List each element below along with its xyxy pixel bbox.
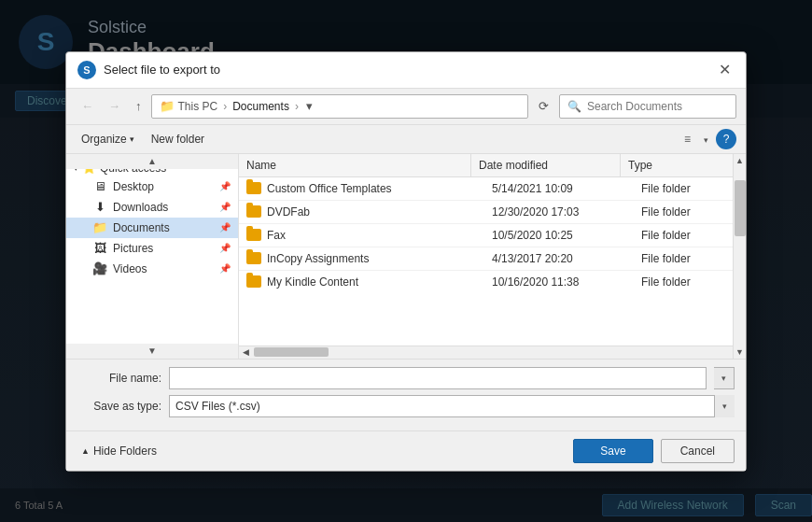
nav-back-button[interactable]: ← [76, 95, 99, 117]
file-date: 10/16/2020 11:38 [484, 271, 634, 293]
documents-icon: 📁 [92, 220, 107, 235]
refresh-button[interactable]: ⟳ [532, 95, 555, 117]
pin-icon-documents: 📌 [219, 222, 231, 233]
savetype-select[interactable]: CSV Files (*.csv) All Files (*.*) [169, 395, 735, 417]
address-part-2: Documents [232, 100, 289, 113]
file-panel-scrollbar[interactable]: ▲ ▼ [733, 177, 746, 346]
file-name: Fax [267, 229, 286, 242]
pictures-icon: 🖼 [92, 241, 107, 256]
file-row[interactable]: Fax 10/5/2020 10:25 File folder [239, 224, 746, 247]
nav-scroll-down[interactable]: ▼ [66, 344, 238, 359]
file-row[interactable]: DVDFab 12/30/2020 17:03 File folder [239, 201, 746, 224]
h-scroll-thumb[interactable] [254, 347, 329, 357]
view-dropdown-button[interactable]: ▾ [698, 130, 714, 148]
downloads-icon: ⬇ [92, 200, 107, 215]
up-arrow-icon: ↑ [135, 99, 142, 113]
sidebar-item-pictures-label: Pictures [113, 242, 153, 255]
column-date-modified[interactable]: Date modified [471, 154, 621, 176]
view-mode-button[interactable]: ≡ [679, 130, 696, 148]
chevron-up-icon: ▲ [81, 446, 90, 456]
videos-icon: 🎥 [92, 261, 107, 276]
sidebar-item-documents[interactable]: 📁 Documents 📌 [66, 218, 238, 238]
view-chevron-icon: ▾ [704, 135, 708, 145]
dialog-actions-bar: Organize ▾ New folder ≡ ▾ ? [66, 125, 746, 154]
nav-panel: ▲ ▾ ⭐ Quick access 🖥 Desktop 📌 ⬇ Downloa… [66, 154, 239, 359]
pin-icon-videos: 📌 [219, 263, 231, 274]
dialog-body: ▲ ▾ ⭐ Quick access 🖥 Desktop 📌 ⬇ Downloa… [66, 154, 746, 360]
filename-dropdown-button[interactable]: ▾ [714, 367, 735, 389]
folder-icon [246, 182, 261, 194]
dialog-toolbar: ← → ↑ 📁 This PC › Documents › ▾ ⟳ 🔍 [66, 89, 746, 125]
file-name-cell: InCopy Assignments [239, 247, 484, 270]
scrollbar-thumb[interactable] [735, 180, 746, 236]
file-list-panel: Name Date modified Type Custom Office Te… [239, 154, 746, 359]
sidebar-item-desktop-label: Desktop [113, 180, 154, 193]
sidebar-item-videos[interactable]: 🎥 Videos 📌 [66, 259, 238, 279]
file-row[interactable]: My Kindle Content 10/16/2020 11:38 File … [239, 271, 746, 293]
file-name: My Kindle Content [267, 275, 358, 289]
footer-buttons: Save Cancel [573, 439, 735, 463]
file-name-cell: My Kindle Content [239, 271, 484, 293]
nav-forward-button[interactable]: → [103, 95, 126, 117]
view-list-icon: ≡ [684, 133, 691, 146]
column-type[interactable]: Type [621, 154, 733, 176]
sidebar-item-desktop[interactable]: 🖥 Desktop 📌 [66, 176, 238, 197]
cancel-button[interactable]: Cancel [661, 439, 735, 463]
file-export-dialog: S Select file to export to ✕ ← → ↑ 📁 Thi… [65, 51, 747, 472]
sidebar-item-pictures[interactable]: 🖼 Pictures 📌 [66, 238, 238, 259]
file-list-header: Name Date modified Type [239, 154, 746, 177]
column-name[interactable]: Name [239, 154, 471, 176]
sidebar-item-downloads-label: Downloads [113, 201, 168, 214]
folder-icon [246, 252, 261, 264]
search-bar: 🔍 [559, 94, 736, 119]
dialog-icon: S [77, 61, 96, 79]
savetype-label: Save as type: [77, 400, 161, 413]
file-type: File folder [634, 247, 746, 270]
address-folder-icon: 📁 [160, 99, 175, 113]
organize-label: Organize [81, 133, 127, 146]
dialog-titlebar: S Select file to export to ✕ [66, 52, 746, 89]
save-button[interactable]: Save [573, 439, 652, 463]
search-input[interactable] [587, 100, 728, 113]
address-dropdown-button[interactable]: ▾ [304, 99, 315, 113]
view-controls: ≡ ▾ ? [679, 129, 736, 149]
nav-scroll-up[interactable]: ▲ [66, 154, 238, 169]
pin-icon-desktop: 📌 [219, 181, 231, 191]
refresh-icon: ⟳ [539, 99, 549, 113]
dialog-title-left: S Select file to export to [77, 61, 220, 79]
file-name-cell: Custom Office Templates [239, 177, 484, 200]
file-name: Custom Office Templates [267, 182, 392, 195]
new-folder-button[interactable]: New folder [144, 130, 212, 148]
dialog-footer: ▲ Hide Folders Save Cancel [66, 430, 746, 471]
search-icon: 🔍 [567, 100, 581, 113]
organize-chevron-icon: ▾ [130, 134, 134, 144]
file-list: Custom Office Templates 5/14/2021 10:09 … [239, 177, 746, 346]
sidebar-item-videos-label: Videos [113, 262, 147, 275]
address-part-1: This PC [178, 100, 218, 113]
forward-arrow-icon: → [108, 99, 120, 113]
sidebar-item-documents-label: Documents [113, 221, 170, 234]
nav-up-button[interactable]: ↑ [130, 95, 147, 117]
hide-folders-label: Hide Folders [93, 444, 157, 458]
h-scroll-left-arrow[interactable]: ◀ [239, 346, 252, 359]
file-row[interactable]: InCopy Assignments 4/13/2017 20:20 File … [239, 247, 746, 271]
filename-input[interactable] [169, 367, 707, 389]
savetype-select-wrapper: CSV Files (*.csv) All Files (*.*) ▾ [169, 395, 735, 417]
desktop-icon: 🖥 [92, 179, 107, 194]
address-separator-2: › [295, 100, 299, 113]
organize-button[interactable]: Organize ▾ [76, 130, 140, 148]
file-name-cell: DVDFab [239, 201, 484, 223]
file-row[interactable]: Custom Office Templates 5/14/2021 10:09 … [239, 177, 746, 201]
file-date: 5/14/2021 10:09 [484, 177, 634, 200]
filename-row: File name: ▾ [77, 367, 735, 389]
dialog-form: File name: ▾ Save as type: CSV Files (*.… [66, 360, 746, 430]
help-button[interactable]: ? [716, 129, 736, 149]
dialog-close-button[interactable]: ✕ [714, 60, 735, 80]
address-bar: 📁 This PC › Documents › ▾ [151, 94, 529, 119]
hide-folders-button[interactable]: ▲ Hide Folders [77, 443, 161, 459]
back-arrow-icon: ← [81, 99, 93, 113]
dialog-title: Select file to export to [104, 63, 220, 77]
folder-icon [246, 205, 261, 218]
sidebar-item-downloads[interactable]: ⬇ Downloads 📌 [66, 197, 238, 218]
file-date: 10/5/2020 10:25 [484, 224, 634, 247]
